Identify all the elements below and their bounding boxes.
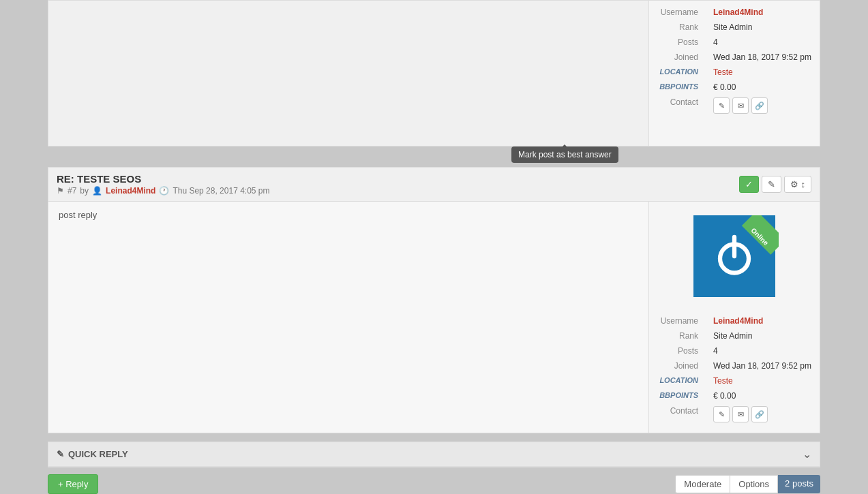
options-button[interactable]: Options — [730, 475, 778, 493]
post-contact-label: Contact — [650, 404, 705, 424]
post-username-value: Leinad4Mind — [706, 314, 818, 328]
post-number: #7 — [68, 186, 76, 196]
post-card: RE: TESTE SEOS ⚑ #7 by 👤 Leinad4Mind 🕐 T… — [48, 167, 820, 433]
top-contact-label: Contact — [650, 95, 705, 116]
post-posts-value: 4 — [706, 344, 818, 358]
top-user-info-table: Username Leinad4Mind Rank Site Admin Pos… — [649, 4, 820, 117]
bookmark-icon: ⚑ — [57, 186, 64, 196]
post-content: post reply — [48, 202, 649, 433]
top-post-sidebar: Username Leinad4Mind Rank Site Admin Pos… — [649, 1, 820, 146]
post-email-icon-btn[interactable]: ✉ — [732, 406, 749, 422]
top-rank-label: Rank — [650, 20, 705, 34]
tooltip-popup: Mark post as best answer — [511, 146, 618, 163]
top-email-icon-btn[interactable]: ✉ — [732, 97, 749, 114]
post-user-sidebar: Online Username Leinad4Mind Rank Site Ad… — [649, 202, 820, 433]
quick-reply-header: ✎ QUICK REPLY ⌄ — [48, 442, 820, 467]
post-user-info-table: Username Leinad4Mind Rank Site Admin Pos… — [649, 313, 820, 426]
post-message-icon-btn[interactable]: ✎ — [713, 406, 730, 422]
tooltip-container: Mark post as best answer — [48, 146, 820, 167]
post-body: post reply — [48, 202, 820, 433]
top-location-value: Teste — [706, 65, 818, 79]
post-username-label: Username — [650, 314, 705, 328]
moderate-button[interactable]: Moderate — [675, 475, 730, 493]
top-joined-value: Wed Jan 18, 2017 9:52 pm — [706, 50, 818, 64]
post-header: RE: TESTE SEOS ⚑ #7 by 👤 Leinad4Mind 🕐 T… — [48, 168, 820, 202]
post-options-button[interactable]: ⚙ ↕ — [784, 176, 811, 193]
top-message-icon-btn[interactable]: ✎ — [713, 97, 730, 114]
post-contact-icons: ✎ ✉ 🔗 — [706, 404, 818, 424]
post-bbpoints-label: BBpoints — [650, 389, 705, 403]
power-icon-svg — [710, 232, 758, 280]
post-posts-label: Posts — [650, 344, 705, 358]
post-bbpoints-value: € 0.00 — [706, 389, 818, 403]
posts-count: 2 posts — [778, 475, 820, 493]
top-contact-icons: ✎ ✉ 🔗 — [706, 95, 818, 116]
top-bbpoints-value: € 0.00 — [706, 80, 818, 94]
post-by-label: by — [80, 186, 89, 196]
bottom-bar: + Reply Moderate Options 2 posts — [48, 467, 820, 494]
top-link-icon-btn[interactable]: 🔗 — [751, 97, 768, 114]
top-post-section: Username Leinad4Mind Rank Site Admin Pos… — [48, 0, 820, 146]
quick-reply-section: ✎ QUICK REPLY ⌄ — [48, 442, 820, 467]
top-bbpoints-label: BBpoints — [650, 80, 705, 94]
reply-button[interactable]: + Reply — [48, 474, 98, 494]
post-joined-value: Wed Jan 18, 2017 9:52 pm — [706, 359, 818, 373]
collapse-icon[interactable]: ⌄ — [803, 448, 811, 461]
top-rank-value: Site Admin — [706, 20, 818, 34]
best-answer-button[interactable]: ✓ — [739, 176, 759, 193]
quote-button[interactable]: ✎ — [762, 176, 781, 193]
post-date: Thu Sep 28, 2017 4:05 pm — [173, 186, 269, 196]
post-actions: ✓ ✎ ⚙ ↕ — [739, 176, 811, 193]
top-username-label: Username — [650, 5, 705, 19]
top-location-label: LOCATION — [650, 65, 705, 79]
avatar-container: Online — [649, 209, 820, 313]
post-meta: ⚑ #7 by 👤 Leinad4Mind 🕐 Thu Sep 28, 2017… — [57, 186, 270, 196]
avatar-wrapper: Online — [690, 215, 779, 304]
top-posts-label: Posts — [650, 35, 705, 49]
post-location-value: Teste — [706, 374, 818, 388]
post-joined-label: Joined — [650, 359, 705, 373]
top-post-content — [48, 1, 649, 146]
top-joined-label: Joined — [650, 50, 705, 64]
page-wrapper: Username Leinad4Mind Rank Site Admin Pos… — [0, 0, 868, 494]
top-posts-value: 4 — [706, 35, 818, 49]
clock-icon: 🕐 — [159, 186, 169, 196]
post-location-label: LOCATION — [650, 374, 705, 388]
post-title: RE: TESTE SEOS — [57, 173, 270, 185]
post-author-link[interactable]: Leinad4Mind — [106, 186, 155, 196]
post-user-icon: 👤 — [92, 186, 102, 196]
right-buttons: Moderate Options 2 posts — [675, 475, 820, 493]
post-rank-value: Site Admin — [706, 329, 818, 343]
post-link-icon-btn[interactable]: 🔗 — [751, 406, 768, 422]
quick-reply-label: QUICK REPLY — [68, 449, 128, 459]
edit-icon: ✎ — [57, 449, 64, 459]
top-username-value: Leinad4Mind — [706, 5, 818, 19]
post-rank-label: Rank — [650, 329, 705, 343]
post-title-area: RE: TESTE SEOS ⚑ #7 by 👤 Leinad4Mind 🕐 T… — [57, 173, 270, 196]
quick-reply-title: ✎ QUICK REPLY — [57, 449, 128, 459]
